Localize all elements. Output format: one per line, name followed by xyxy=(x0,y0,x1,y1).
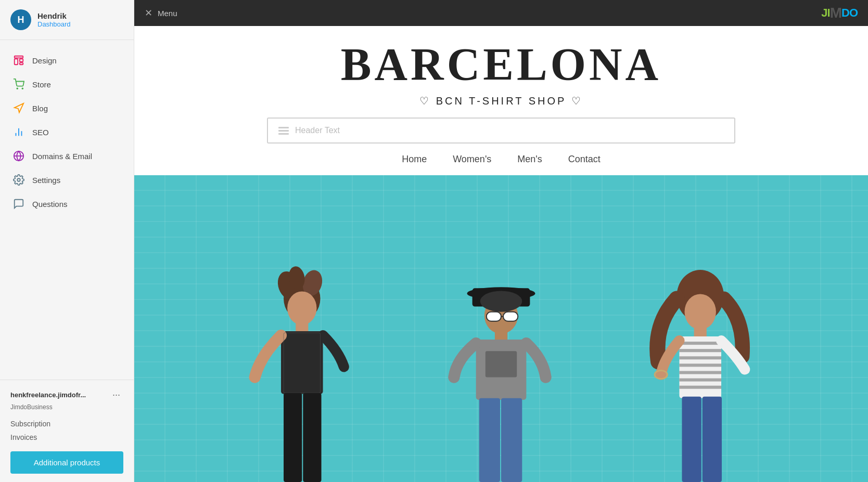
svg-rect-21 xyxy=(284,393,302,482)
hero-svg xyxy=(134,175,868,482)
svg-point-5 xyxy=(22,88,23,89)
store-icon xyxy=(12,78,25,90)
top-bar: ✕ Menu JIMDO xyxy=(134,0,868,26)
svg-rect-45 xyxy=(679,386,721,389)
logo-m: M xyxy=(830,5,841,21)
user-info: Hendrik Dashboard xyxy=(37,11,71,28)
heart-left-icon: ♡ xyxy=(419,95,431,107)
seo-icon xyxy=(12,126,25,138)
invoices-link[interactable]: Invoices xyxy=(10,431,123,444)
settings-icon xyxy=(12,174,25,186)
close-icon: ✕ xyxy=(145,7,152,19)
avatar: H xyxy=(10,9,31,30)
sidebar-item-questions[interactable]: Questions xyxy=(0,192,134,216)
preview-inner: BARCELONA ♡ BCN T-SHIRT SHOP ♡ Header Te… xyxy=(134,26,868,482)
header-text-bar[interactable]: Header Text xyxy=(267,118,735,144)
questions-label: Questions xyxy=(32,200,68,209)
subscription-link[interactable]: Subscription xyxy=(10,417,123,431)
design-icon xyxy=(12,54,25,67)
svg-rect-2 xyxy=(20,59,23,62)
menu-label: Menu xyxy=(158,9,177,18)
sidebar-item-seo[interactable]: SEO xyxy=(0,120,134,144)
svg-rect-41 xyxy=(679,356,721,359)
svg-rect-44 xyxy=(679,379,721,382)
nav-home[interactable]: Home xyxy=(402,154,427,165)
site-nav: Home Women's Men's Contact xyxy=(402,154,601,165)
sidebar-item-design[interactable]: Design xyxy=(0,48,134,72)
heart-right-icon: ♡ xyxy=(571,95,583,107)
svg-marker-6 xyxy=(15,103,23,112)
svg-rect-40 xyxy=(679,349,721,352)
website-preview: BARCELONA ♡ BCN T-SHIRT SHOP ♡ Header Te… xyxy=(134,26,868,482)
site-plan: JimdoBusiness xyxy=(10,403,123,411)
svg-rect-42 xyxy=(679,363,721,367)
header-text-placeholder: Header Text xyxy=(295,126,340,135)
site-options-button[interactable]: ··· xyxy=(109,388,123,401)
svg-rect-32 xyxy=(486,351,517,377)
site-title: BARCELONA xyxy=(341,42,661,87)
hero-image-area xyxy=(134,175,868,482)
site-url: henkfreelance.jimdofr... xyxy=(10,391,86,399)
sidebar-item-blog[interactable]: Blog xyxy=(0,96,134,120)
questions-icon xyxy=(12,198,25,210)
sidebar-item-store[interactable]: Store xyxy=(0,72,134,96)
svg-point-26 xyxy=(480,291,522,311)
svg-rect-27 xyxy=(487,312,501,321)
svg-point-36 xyxy=(685,294,716,329)
settings-label: Settings xyxy=(32,176,60,185)
site-info: henkfreelance.jimdofr... ··· xyxy=(10,388,123,401)
svg-rect-34 xyxy=(501,398,522,482)
jimdo-logo: JIMDO xyxy=(821,5,858,21)
svg-rect-3 xyxy=(20,63,23,65)
dashboard-link[interactable]: Dashboard xyxy=(37,20,71,28)
sidebar-header: H Hendrik Dashboard xyxy=(0,0,134,40)
logo-do: DO xyxy=(841,6,858,20)
blog-icon xyxy=(12,102,25,114)
site-subtitle: ♡ BCN T-SHIRT SHOP ♡ xyxy=(419,95,583,107)
store-label: Store xyxy=(32,80,51,89)
domains-label: Domains & Email xyxy=(32,152,92,161)
svg-rect-19 xyxy=(281,331,323,394)
sidebar-item-domains[interactable]: Domains & Email xyxy=(0,144,134,168)
nav-mens[interactable]: Men's xyxy=(517,154,542,165)
svg-rect-28 xyxy=(503,312,518,321)
svg-rect-39 xyxy=(679,342,721,345)
subtitle-text: BCN T-SHIRT SHOP xyxy=(436,95,567,107)
username: Hendrik xyxy=(37,11,71,20)
svg-rect-38 xyxy=(679,336,721,398)
additional-products-button[interactable]: Additional products xyxy=(10,451,123,474)
sidebar-item-settings[interactable]: Settings xyxy=(0,168,134,192)
svg-rect-46 xyxy=(682,397,701,482)
lines-icon xyxy=(278,127,289,135)
svg-rect-1 xyxy=(15,59,18,64)
svg-rect-33 xyxy=(479,398,500,482)
nav-contact[interactable]: Contact xyxy=(568,154,601,165)
sidebar-nav: Design Store Blog xyxy=(0,40,134,380)
svg-rect-0 xyxy=(15,56,23,58)
sidebar: H Hendrik Dashboard Design xyxy=(0,0,134,482)
nav-womens[interactable]: Women's xyxy=(453,154,491,165)
domains-icon xyxy=(12,150,25,162)
svg-rect-22 xyxy=(303,393,321,482)
logo-ji: JI xyxy=(821,6,829,20)
svg-point-17 xyxy=(287,291,316,324)
svg-rect-43 xyxy=(679,371,721,374)
seo-label: SEO xyxy=(32,128,49,137)
svg-point-12 xyxy=(17,178,20,181)
svg-point-4 xyxy=(17,88,18,89)
blog-label: Blog xyxy=(32,104,48,113)
sidebar-footer: henkfreelance.jimdofr... ··· JimdoBusine… xyxy=(0,380,134,482)
menu-toggle[interactable]: ✕ Menu xyxy=(145,7,177,19)
main-content: ✕ Menu JIMDO BARCELONA ♡ BCN T-SHIRT SHO… xyxy=(134,0,868,482)
design-label: Design xyxy=(32,56,57,65)
svg-rect-47 xyxy=(703,397,722,482)
